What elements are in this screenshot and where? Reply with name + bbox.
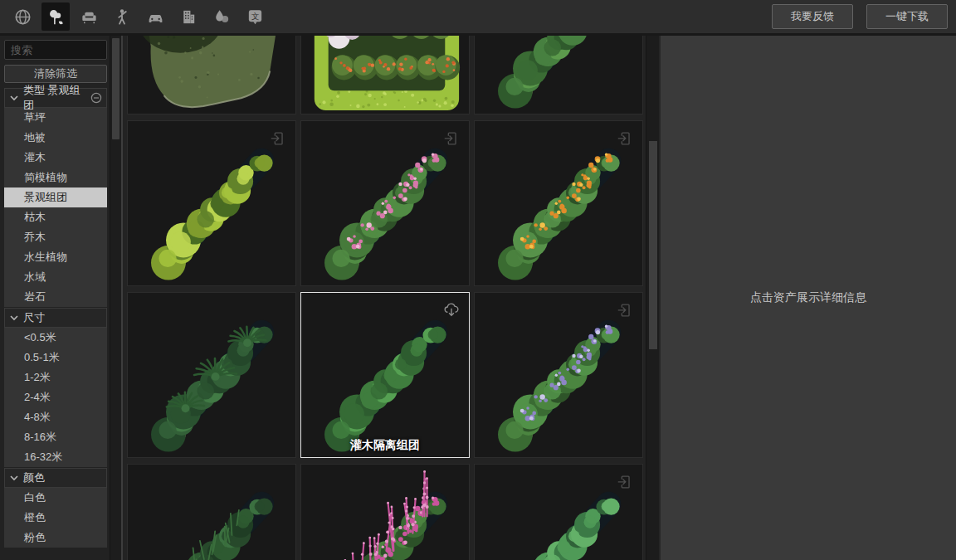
filter-option[interactable]: <0.5米 (4, 328, 107, 348)
filter-option[interactable]: 0.5-1米 (4, 348, 107, 368)
asset-grid-row (123, 464, 646, 560)
filter-sidebar: 清除筛选 类型 景观组团草坪地被灌木简模植物景观组团枯木乔木水生植物水域岩石尺寸… (0, 36, 110, 560)
detail-placeholder-text: 点击资产展示详细信息 (750, 290, 866, 305)
cloud-download-icon[interactable] (442, 301, 461, 319)
asset-thumbnail[interactable] (127, 120, 296, 286)
filter-section-0: 类型 景观组团草坪地被灌木简模植物景观组团枯木乔木水生植物水域岩石 (4, 88, 107, 307)
filter-section-header[interactable]: 尺寸 (4, 308, 107, 328)
filter-option[interactable]: 草坪 (4, 108, 107, 128)
category-tabs: 文 (8, 2, 269, 31)
detail-panel: 点击资产展示详细信息 (659, 36, 956, 560)
filter-section-title: 尺寸 (23, 310, 45, 325)
filter-option[interactable]: 水生植物 (4, 247, 107, 267)
asset-preview-image (475, 36, 642, 114)
asset-preview-image (128, 36, 295, 114)
language-icon: 文 (246, 7, 265, 27)
filter-option[interactable]: 枯木 (4, 207, 107, 227)
asset-thumbnail-selected[interactable]: 灌木隔离组团 (300, 292, 470, 458)
filter-option[interactable]: 岩石 (4, 287, 107, 307)
filter-option[interactable]: 水域 (4, 267, 107, 287)
asset-thumbnail[interactable] (474, 36, 643, 114)
filter-option[interactable]: 16-32米 (4, 447, 107, 467)
filter-options-list: 白色橙色粉色 (4, 488, 107, 548)
filter-sections: 类型 景观组团草坪地被灌木简模植物景观组团枯木乔木水生植物水域岩石尺寸<0.5米… (4, 88, 107, 548)
import-asset-icon[interactable] (616, 301, 634, 319)
filter-option[interactable]: 乔木 (4, 227, 107, 247)
asset-preview-image (301, 465, 469, 560)
filter-option[interactable]: 简模植物 (4, 168, 107, 187)
asset-thumbnail[interactable] (127, 464, 296, 560)
asset-thumbnail[interactable] (300, 36, 470, 114)
asset-name-label: 灌木隔离组团 (301, 438, 469, 453)
asset-preview-image (128, 293, 295, 457)
asset-grid: 灌木隔离组团 (123, 36, 646, 560)
asset-grid-row (123, 36, 646, 114)
people-icon (113, 7, 132, 27)
filter-option[interactable]: 景观组团 (4, 187, 107, 207)
grid-scrollbar[interactable] (646, 36, 659, 560)
asset-grid-row (123, 120, 646, 286)
filter-section-header[interactable]: 颜色 (4, 468, 107, 488)
chevron-down-icon (9, 473, 19, 483)
import-asset-icon[interactable] (616, 473, 634, 491)
filter-option[interactable]: 8-16米 (4, 427, 107, 447)
sidebar-scrollbar[interactable] (110, 36, 123, 560)
asset-thumbnail[interactable] (474, 120, 643, 286)
tab-globe[interactable] (8, 2, 37, 31)
filter-option[interactable]: 粉色 (4, 528, 107, 548)
top-toolbar: 文 我要反馈 一键下载 (0, 0, 956, 36)
asset-thumbnail[interactable] (474, 464, 643, 560)
remove-filter-icon[interactable] (90, 92, 102, 104)
tab-furniture[interactable] (75, 2, 103, 31)
filter-section-title: 颜色 (23, 470, 45, 485)
plants-icon (46, 7, 66, 27)
grid-scrollbar-thumb[interactable] (649, 141, 657, 349)
materials-icon (212, 7, 232, 27)
asset-preview-image (301, 36, 469, 114)
import-asset-icon[interactable] (269, 129, 287, 148)
import-asset-icon[interactable] (616, 129, 634, 148)
asset-thumbnail[interactable] (127, 36, 296, 114)
furniture-icon (80, 7, 99, 27)
filter-option[interactable]: 地被 (4, 128, 107, 148)
import-asset-icon[interactable] (442, 129, 461, 148)
filter-option[interactable]: 2-4米 (4, 387, 107, 407)
asset-thumbnail[interactable] (474, 292, 643, 458)
tab-language[interactable]: 文 (241, 2, 269, 31)
tab-materials[interactable] (207, 2, 236, 31)
asset-thumbnail[interactable] (300, 464, 470, 560)
filter-option[interactable]: 1-2米 (4, 368, 107, 387)
asset-grid-row: 灌木隔离组团 (123, 292, 646, 458)
asset-preview-image (128, 465, 295, 560)
filter-option[interactable]: 橙色 (4, 508, 107, 528)
feedback-button[interactable]: 我要反馈 (772, 4, 853, 29)
content-area: 清除筛选 类型 景观组团草坪地被灌木简模植物景观组团枯木乔木水生植物水域岩石尺寸… (0, 36, 956, 560)
tab-buildings[interactable] (174, 2, 202, 31)
filter-options-list: 草坪地被灌木简模植物景观组团枯木乔木水生植物水域岩石 (4, 108, 107, 307)
svg-text:文: 文 (251, 11, 259, 20)
tab-vehicles[interactable] (141, 2, 169, 31)
filter-section-1: 尺寸<0.5米0.5-1米1-2米2-4米4-8米8-16米16-32米 (4, 308, 107, 467)
download-all-button[interactable]: 一键下载 (866, 4, 948, 29)
filter-section-2: 颜色白色橙色粉色 (4, 468, 107, 548)
sidebar-scrollbar-thumb[interactable] (112, 38, 120, 139)
filter-option[interactable]: 灌木 (4, 148, 107, 168)
tab-plants[interactable] (41, 2, 70, 31)
filter-option[interactable]: 白色 (4, 488, 107, 508)
search-input[interactable] (4, 40, 107, 60)
chevron-down-icon (9, 313, 19, 323)
buildings-icon (179, 7, 198, 27)
filter-section-header[interactable]: 类型 景观组团 (4, 88, 107, 108)
asset-thumbnail[interactable] (127, 292, 296, 458)
globe-icon (13, 7, 32, 27)
tab-people[interactable] (108, 2, 136, 31)
filter-option[interactable]: 4-8米 (4, 407, 107, 427)
clear-filters-button[interactable]: 清除筛选 (4, 65, 107, 83)
vehicles-icon (146, 7, 165, 27)
asset-thumbnail[interactable] (300, 120, 470, 286)
chevron-down-icon (9, 93, 19, 103)
filter-options-list: <0.5米0.5-1米1-2米2-4米4-8米8-16米16-32米 (4, 328, 107, 467)
